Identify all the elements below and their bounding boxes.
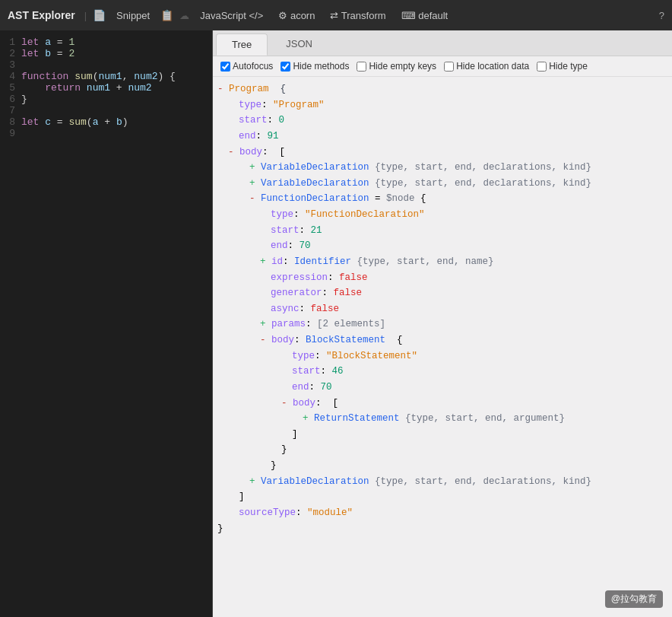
tree-row-end: end : 91 xyxy=(216,129,669,145)
code-line-9: 9 xyxy=(0,128,212,139)
tree-row-vardecl3[interactable]: + VariableDeclaration {type, start, end,… xyxy=(216,474,669,490)
line-code xyxy=(21,59,212,71)
tab-tree[interactable]: Tree xyxy=(216,33,268,56)
line-code: function sum(num1, num2) { xyxy=(21,71,212,82)
tab-bar: Tree JSON xyxy=(213,30,672,56)
autofocus-option[interactable]: Autofocus xyxy=(220,61,273,72)
tree-row-fd-async: async : false xyxy=(216,301,669,317)
options-bar: Autofocus Hide methods Hide empty keys H… xyxy=(213,56,672,77)
tree-row-program[interactable]: - Program { xyxy=(216,81,669,97)
collapse-funcdecl[interactable]: - xyxy=(249,191,255,207)
tree-row-fd-end: end : 70 xyxy=(216,238,669,254)
transform-button[interactable]: ⇄ Transform xyxy=(325,8,390,23)
tree-row-bs-end: end : 70 xyxy=(216,380,669,396)
tree-row-bs-body[interactable]: - body : [ xyxy=(216,396,669,412)
tree-row-fd-id[interactable]: + id : Identifier {type, start, end, nam… xyxy=(216,254,669,270)
line-number: 3 xyxy=(0,59,21,71)
hide-empty-keys-checkbox[interactable] xyxy=(357,62,366,72)
line-code xyxy=(21,128,212,139)
hide-location-checkbox[interactable] xyxy=(444,62,454,72)
line-code xyxy=(21,105,212,116)
ast-tree-content[interactable]: - Program { type : "Program" start : 0 e… xyxy=(213,77,672,617)
hide-type-option[interactable]: Hide type xyxy=(537,61,588,72)
expand-returnstmt[interactable]: + xyxy=(303,411,309,427)
language-button[interactable]: JavaScript </> xyxy=(195,8,268,23)
hide-methods-option[interactable]: Hide methods xyxy=(281,61,349,72)
line-number: 6 xyxy=(0,94,21,105)
main-layout: 1 let a = 1 2 let b = 2 3 4 function sum… xyxy=(0,30,672,617)
node-program: Program xyxy=(229,81,269,97)
line-number: 4 xyxy=(0,71,21,82)
line-number: 5 xyxy=(0,82,21,94)
code-line-5: 5 return num1 + num2 xyxy=(0,82,212,94)
expand-params[interactable]: + xyxy=(260,316,266,332)
expand-vardecl3[interactable]: + xyxy=(249,474,255,490)
line-number: 9 xyxy=(0,128,21,139)
expand-vardecl2[interactable]: + xyxy=(249,176,255,192)
expand-vardecl1[interactable]: + xyxy=(249,160,255,176)
tree-row-bs-close: } xyxy=(216,442,669,458)
help-button[interactable]: ? xyxy=(659,10,664,21)
tree-row-program-close: } xyxy=(216,521,669,537)
tree-row-fd-body[interactable]: - body : BlockStatement { xyxy=(216,332,669,348)
collapse-bs-body[interactable]: - xyxy=(281,396,287,412)
line-code: let b = 2 xyxy=(21,48,212,59)
tree-row-fd-close: } xyxy=(216,458,669,474)
tree-row-funcdecl[interactable]: - FunctionDeclaration = $node { xyxy=(216,191,669,207)
line-code: } xyxy=(21,94,212,105)
tree-row-bs-start: start : 46 xyxy=(216,364,669,380)
autofocus-checkbox[interactable] xyxy=(220,62,230,72)
tree-row-returnstmt[interactable]: + ReturnStatement {type, start, end, arg… xyxy=(216,411,669,427)
code-line-2: 2 let b = 2 xyxy=(0,48,212,59)
tree-row-bs-type: type : "BlockStatement" xyxy=(216,348,669,364)
tree-row-fd-params[interactable]: + params : [2 elements] xyxy=(216,316,669,332)
tree-row-sourcetype: sourceType : "module" xyxy=(216,505,669,521)
code-line-3: 3 xyxy=(0,59,212,71)
tab-json[interactable]: JSON xyxy=(271,33,328,56)
line-number: 2 xyxy=(0,48,21,59)
code-line-7: 7 xyxy=(0,105,212,116)
tree-row-body[interactable]: - body : [ xyxy=(216,145,669,161)
hide-location-option[interactable]: Hide location data xyxy=(444,61,529,72)
app-title: AST Explorer xyxy=(8,9,75,21)
tree-row-start: start : 0 xyxy=(216,113,669,129)
ast-panel: Tree JSON Autofocus Hide methods Hide em… xyxy=(213,30,672,617)
tree-row-bs-body-close: ] xyxy=(216,427,669,443)
tree-row-fd-expr: expression : false xyxy=(216,270,669,286)
hide-type-checkbox[interactable] xyxy=(537,62,547,72)
line-code: let a = 1 xyxy=(21,37,212,48)
parser-button[interactable]: ⚙ acorn xyxy=(274,8,319,23)
code-line-8: 8 let c = sum(a + b) xyxy=(0,116,212,128)
code-line-4: 4 function sum(num1, num2) { xyxy=(0,71,212,82)
line-number: 7 xyxy=(0,105,21,116)
tree-row-fd-type: type : "FunctionDeclaration" xyxy=(216,207,669,223)
collapse-program[interactable]: - xyxy=(217,81,223,97)
expand-id[interactable]: + xyxy=(260,254,266,270)
tree-row-body-close: ] xyxy=(216,489,669,505)
code-line-1: 1 let a = 1 xyxy=(0,37,212,48)
hide-methods-checkbox[interactable] xyxy=(281,62,290,72)
code-line-6: 6 } xyxy=(0,94,212,105)
tree-row-type: type : "Program" xyxy=(216,97,669,113)
line-code: return num1 + num2 xyxy=(21,82,212,94)
collapse-blockstmt[interactable]: - xyxy=(260,332,266,348)
hide-empty-keys-option[interactable]: Hide empty keys xyxy=(357,61,436,72)
tree-row-fd-gen: generator : false xyxy=(216,285,669,301)
tree-row-fd-start: start : 21 xyxy=(216,223,669,239)
tree-row-vardecl1[interactable]: + VariableDeclaration {type, start, end,… xyxy=(216,160,669,176)
line-code: let c = sum(a + b) xyxy=(21,116,212,128)
line-number: 1 xyxy=(0,37,21,48)
line-number: 8 xyxy=(0,116,21,128)
app-header: AST Explorer | 📄 Snippet 📋 ☁ JavaScript … xyxy=(0,0,672,30)
tree-row-vardecl2[interactable]: + VariableDeclaration {type, start, end,… xyxy=(216,176,669,192)
collapse-body[interactable]: - xyxy=(228,145,234,161)
watermark: @拉勾教育 xyxy=(605,590,663,608)
keyboard-button[interactable]: ⌨ default xyxy=(397,8,453,23)
snippet-button[interactable]: Snippet xyxy=(112,8,154,23)
code-editor[interactable]: 1 let a = 1 2 let b = 2 3 4 function sum… xyxy=(0,30,213,617)
